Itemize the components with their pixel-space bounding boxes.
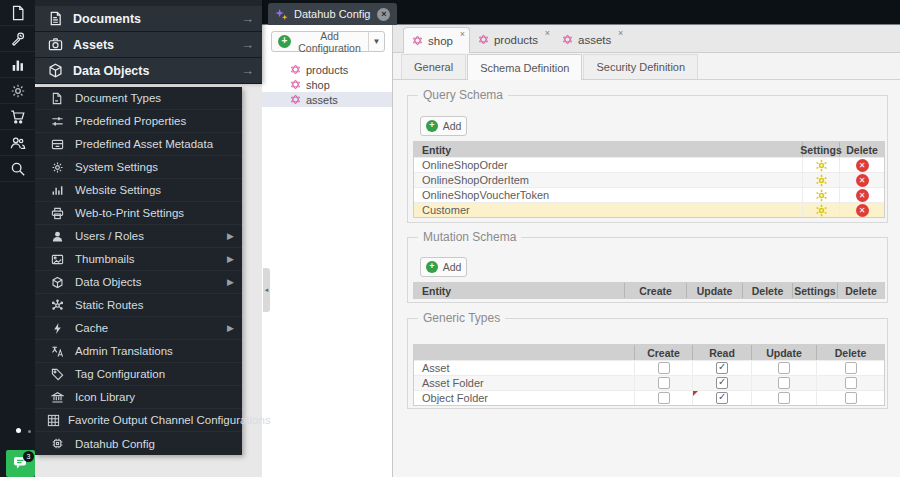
menu-item-tag-configuration[interactable]: Tag Configuration (35, 363, 242, 386)
menu-item-document-types[interactable]: Document Types (35, 87, 242, 110)
settings-gear-icon[interactable] (815, 174, 828, 187)
tree-item-assets[interactable]: assets (262, 92, 392, 107)
menu-item-users-roles[interactable]: Users / Roles▶ (35, 225, 242, 248)
subtab-security-definition[interactable]: Security Definition (583, 54, 698, 79)
table-row[interactable]: Asset (414, 360, 884, 375)
checkbox-read[interactable] (716, 362, 728, 374)
menu-item-system-settings[interactable]: System Settings (35, 156, 242, 179)
checkbox-create[interactable] (658, 377, 670, 389)
menu-item-website-settings[interactable]: Website Settings (35, 179, 242, 202)
menu-section-data-objects[interactable]: Data Objects→ (35, 58, 262, 84)
main-menu-sections: Documents→ Assets→ Data Objects→ (35, 0, 262, 84)
table-row-selected[interactable]: Customer ✕ (414, 202, 884, 217)
panel-collapse-handle[interactable]: ◂ (263, 268, 270, 312)
menu-item-thumbnails[interactable]: Thumbnails▶ (35, 248, 242, 271)
definition-subtabs: General Schema Definition Security Defin… (393, 53, 900, 80)
tree-item-products[interactable]: products (262, 62, 392, 77)
grid-icon (47, 414, 60, 427)
checkbox-delete[interactable] (845, 377, 857, 389)
rail-users-button[interactable] (0, 130, 35, 156)
plus-icon: + (426, 261, 438, 273)
delete-icon[interactable]: ✕ (856, 204, 869, 217)
menu-item-web-to-print-settings[interactable]: Web-to-Print Settings (35, 202, 242, 225)
menu-item-icon-library[interactable]: Icon Library (35, 386, 242, 409)
table-row[interactable]: OnlineShopVoucherToken ✕ (414, 187, 884, 202)
menu-section-documents[interactable]: Documents→ (35, 6, 262, 32)
graphql-icon (562, 34, 573, 45)
settings-gear-icon[interactable] (815, 189, 828, 202)
checkbox-update[interactable] (778, 392, 790, 404)
sliders-icon (51, 115, 64, 128)
menu-item-cache[interactable]: Cache▶ (35, 317, 242, 340)
mutation-add-button[interactable]: + Add (420, 257, 467, 277)
column-entity: Entity (414, 142, 803, 157)
checkbox-create[interactable] (658, 392, 670, 404)
table-row[interactable]: Asset Folder (414, 375, 884, 390)
subtab-schema-definition[interactable]: Schema Definition (467, 54, 582, 80)
settings-gear-icon[interactable] (815, 204, 828, 217)
checkbox-read[interactable] (716, 377, 728, 389)
image-icon (51, 253, 64, 266)
add-configuration-label: Add Configuration (291, 30, 368, 54)
search-icon (10, 161, 26, 177)
arrow-right-icon: → (241, 37, 254, 52)
delete-icon[interactable]: ✕ (856, 159, 869, 172)
column-update: Update (687, 283, 743, 298)
menu-item-favorite-output-channel-configurations[interactable]: Favorite Output Channel Configurations (35, 409, 242, 432)
close-icon[interactable]: × (460, 29, 465, 39)
menu-item-data-objects[interactable]: Data Objects▶ (35, 271, 242, 294)
chat-button[interactable]: 3 (6, 450, 35, 477)
metadata-icon (51, 138, 64, 151)
rail-reports-button[interactable] (0, 52, 35, 78)
menu-item-static-routes[interactable]: Static Routes (35, 294, 242, 317)
add-configuration-button[interactable]: + Add Configuration ▼ (271, 31, 385, 52)
settings-gear-icon[interactable] (815, 159, 828, 172)
mutation-schema-table: Entity Create Update Delete Settings Del… (413, 282, 885, 299)
table-row[interactable]: Object Folder (414, 390, 884, 405)
close-icon[interactable]: × (618, 28, 623, 38)
datahub-config-tab[interactable]: Datahub Config × (268, 3, 397, 25)
subtab-general[interactable]: General (401, 54, 466, 79)
checkbox-update[interactable] (778, 377, 790, 389)
rail-tools-button[interactable] (0, 26, 35, 52)
close-icon[interactable]: × (545, 28, 550, 38)
query-add-button[interactable]: + Add (420, 116, 467, 136)
workspace-tabstrip: shop × products × assets × (393, 25, 900, 53)
arrow-right-icon: → (241, 63, 254, 78)
rail-search-button[interactable] (0, 156, 35, 182)
tab-shop[interactable]: shop × (403, 27, 470, 53)
menu-item-datahub-config[interactable]: Datahub Config (35, 432, 242, 455)
generic-types-table: Create Read Update Delete Asset Asset Fo… (413, 344, 885, 406)
workspace-panel: shop × products × assets × General Schem… (393, 25, 900, 477)
checkbox-read[interactable] (716, 392, 728, 404)
menu-item-predefined-asset-metadata[interactable]: Predefined Asset Metadata (35, 133, 242, 156)
table-row[interactable]: OnlineShopOrderItem ✕ (414, 172, 884, 187)
tree-item-shop[interactable]: shop (262, 77, 392, 92)
delete-icon[interactable]: ✕ (856, 174, 869, 187)
query-table-header: Entity Settings Delete (414, 142, 884, 157)
checkbox-delete[interactable] (845, 392, 857, 404)
users-icon (10, 135, 26, 151)
column-settings: Settings (793, 283, 838, 298)
column-blank (414, 345, 635, 360)
menu-section-assets[interactable]: Assets→ (35, 32, 262, 58)
table-row[interactable]: OnlineShopOrder ✕ (414, 157, 884, 172)
icon-rail (0, 0, 35, 477)
delete-icon[interactable]: ✕ (856, 189, 869, 202)
rail-ecommerce-button[interactable] (0, 104, 35, 130)
column-entity: Entity (414, 283, 625, 298)
checkbox-create[interactable] (658, 362, 670, 374)
query-schema-fieldset: Query Schema + Add Entity Settings Delet… (407, 95, 888, 223)
graphql-icon (290, 79, 301, 90)
checkbox-update[interactable] (778, 362, 790, 374)
close-icon[interactable]: × (377, 8, 390, 21)
chevron-down-icon[interactable]: ▼ (368, 32, 384, 51)
column-update: Update (752, 345, 817, 360)
tab-assets[interactable]: assets × (554, 27, 627, 52)
tab-products[interactable]: products × (470, 27, 554, 52)
rail-settings-button[interactable] (0, 78, 35, 104)
menu-item-predefined-properties[interactable]: Predefined Properties (35, 110, 242, 133)
menu-item-admin-translations[interactable]: Admin Translations (35, 340, 242, 363)
rail-documents-button[interactable] (0, 0, 35, 26)
checkbox-delete[interactable] (845, 362, 857, 374)
